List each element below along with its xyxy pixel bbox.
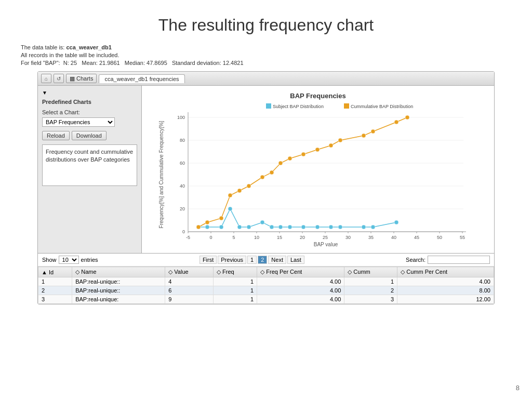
- back-button[interactable]: ↺: [54, 74, 64, 83]
- home-button[interactable]: ⌂: [41, 74, 51, 83]
- app-toolbar: ⌂ ↺ ▦ Charts cca_weaver_db1 frequencies: [38, 72, 494, 86]
- svg-text:45: 45: [414, 235, 419, 240]
- field-label: For field "BAP":: [21, 60, 60, 66]
- mean-value: Mean: 21.9861: [82, 60, 119, 66]
- subject-dot: [394, 220, 398, 224]
- page-2-button[interactable]: 2: [258, 256, 267, 264]
- cumulative-dot: [270, 170, 274, 175]
- col-id[interactable]: ▲ Id: [38, 267, 72, 277]
- show-label: Show: [42, 257, 57, 263]
- table-row: 2 BAP:real-unique:: 6 1 4.00 2 8.00: [38, 286, 494, 295]
- col-cumm[interactable]: ◇ Cumm: [344, 267, 397, 277]
- chart-select-wrapper: BAP Frequencies: [42, 117, 137, 127]
- app-window: ⌂ ↺ ▦ Charts cca_weaver_db1 frequencies …: [37, 71, 495, 304]
- svg-text:100: 100: [177, 115, 185, 120]
- cumulative-dot: [205, 220, 209, 224]
- page-number: 8: [516, 384, 520, 392]
- reload-button[interactable]: Reload: [42, 131, 70, 140]
- slide-title: The resulting frequency chart: [21, 16, 511, 35]
- data-table-name: cca_weaver_db1: [66, 44, 111, 50]
- cell-freq-pct: 4.00: [257, 286, 344, 295]
- subject-dot: [338, 225, 342, 229]
- col-freq-pct[interactable]: ◇ Freq Per Cent: [257, 267, 344, 277]
- cumulative-dot: [247, 184, 251, 188]
- median-value: Median: 47.8695: [125, 60, 167, 66]
- cell-id: 1: [38, 277, 72, 286]
- chart-icon: ▦: [70, 75, 75, 82]
- subject-dot: [362, 225, 366, 229]
- select-chart-label: Select a Chart:: [42, 109, 137, 115]
- svg-text:50: 50: [437, 235, 442, 240]
- svg-text:25: 25: [323, 235, 328, 240]
- cumulative-dot: [260, 175, 264, 179]
- panel-arrow[interactable]: ▼: [42, 90, 47, 96]
- download-button[interactable]: Download: [72, 131, 107, 140]
- cell-freq: 1: [213, 286, 257, 295]
- subject-dot: [219, 225, 223, 229]
- cell-cumm-pct: 8.00: [397, 286, 494, 295]
- cumulative-dot: [405, 115, 409, 119]
- records-info: All records in the table will be include…: [21, 52, 511, 58]
- cell-value: 6: [165, 286, 214, 295]
- svg-text:20: 20: [180, 206, 185, 211]
- previous-button[interactable]: Previous: [218, 256, 246, 264]
- cell-name: BAP:real-unique::: [72, 277, 165, 286]
- chart-title: BAP Frequencies: [290, 92, 345, 100]
- data-table-info: The data table is: cca_weaver_db1: [21, 44, 511, 50]
- charts-button[interactable]: ▦ Charts: [66, 74, 97, 83]
- show-entries: Show 10 25 50 entries: [42, 256, 98, 264]
- col-name[interactable]: ◇ Name: [72, 267, 165, 277]
- cumulative-dot: [237, 189, 242, 193]
- n-value: N: 25: [63, 60, 77, 66]
- next-button[interactable]: Next: [268, 256, 286, 264]
- svg-text:10: 10: [254, 235, 259, 240]
- predefined-charts-header: Predefined Charts: [42, 99, 137, 105]
- app-body: ▼ Predefined Charts Select a Chart: BAP …: [38, 86, 494, 253]
- cell-cumm: 2: [344, 286, 397, 295]
- subject-dot: [237, 225, 242, 229]
- subject-dot: [278, 225, 283, 229]
- cell-cumm: 3: [344, 295, 397, 304]
- cumulative-dot: [219, 216, 223, 220]
- entries-label: entries: [81, 257, 98, 263]
- chart-select[interactable]: BAP Frequencies: [42, 117, 115, 127]
- cell-name: BAP:real-unique::: [72, 286, 165, 295]
- cell-cumm-pct: 4.00: [397, 277, 494, 286]
- cell-cumm: 1: [344, 277, 397, 286]
- cumulative-dot: [315, 148, 320, 152]
- cell-id: 2: [38, 286, 72, 295]
- col-freq[interactable]: ◇ Freq: [213, 267, 257, 277]
- svg-text:55: 55: [460, 235, 465, 240]
- first-button[interactable]: First: [200, 256, 217, 264]
- svg-text:60: 60: [180, 161, 185, 166]
- pagination: First Previous 1 2 Next Last: [200, 256, 304, 264]
- chart-description: Frequency count and cummulative distribu…: [42, 144, 137, 186]
- data-table-label: The data table is:: [21, 44, 64, 50]
- cumulative-dot: [394, 120, 398, 124]
- slide-container: The resulting frequency chart The data t…: [0, 0, 532, 399]
- std-value: Standard deviation: 12.4821: [172, 60, 244, 66]
- tab-frequencies[interactable]: cca_weaver_db1 frequencies: [99, 74, 184, 83]
- entries-select[interactable]: 10 25 50: [59, 256, 79, 264]
- cumulative-dot: [338, 138, 342, 142]
- search-input[interactable]: [428, 256, 490, 264]
- svg-text:-5: -5: [186, 235, 190, 240]
- last-button[interactable]: Last: [287, 256, 304, 264]
- subject-dot: [329, 225, 333, 229]
- page-1-button[interactable]: 1: [247, 256, 257, 264]
- svg-text:30: 30: [345, 235, 351, 240]
- legend-cumulative-text: Cummulative BAP Distribution: [351, 104, 413, 109]
- table-row: 3 BAP:real-unique: 9 1 4.00 3 12.00: [38, 295, 494, 304]
- col-value[interactable]: ◇ Value: [165, 267, 214, 277]
- legend-subject-text: Subject BAP Distribution: [273, 104, 324, 109]
- svg-text:35: 35: [368, 235, 374, 240]
- subject-dot: [301, 225, 305, 229]
- subject-dot: [205, 225, 209, 229]
- data-table: ▲ Id ◇ Name ◇ Value ◇ Freq ◇ Freq Per Ce…: [38, 267, 494, 304]
- cumulative-dot: [371, 129, 375, 134]
- cumulative-dot: [329, 143, 333, 148]
- field-stats: For field "BAP": N: 25 Mean: 21.9861 Med…: [21, 60, 511, 66]
- col-cumm-pct[interactable]: ◇ Cumm Per Cent: [397, 267, 494, 277]
- cumulative-dot: [196, 225, 201, 229]
- search-area: Search:: [406, 256, 490, 264]
